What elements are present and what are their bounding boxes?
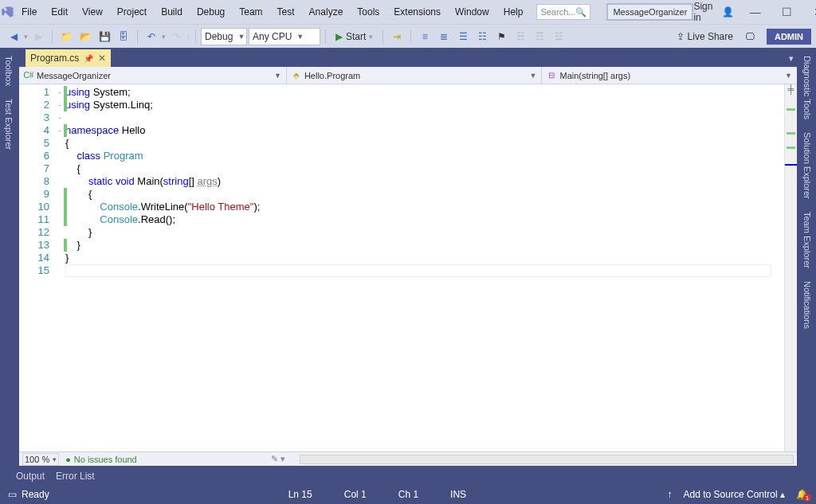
code-text-area[interactable]: using System;using System.Linq;namespace… [65,84,784,451]
open-file-button[interactable]: 📂 [76,28,94,45]
panel-tab-error-list[interactable]: Error List [56,471,95,482]
add-source-control[interactable]: Add to Source Control ▴ [684,489,785,500]
code-line[interactable]: class Program [65,150,784,162]
live-share-button[interactable]: ⇪ Live Share [677,31,733,42]
menu-tools[interactable]: Tools [350,0,386,24]
nav-method-combo[interactable]: ⊟ Main(string[] args) ▼ [542,67,797,84]
side-tab-notifications[interactable]: Notifications [801,276,814,334]
feedback-button[interactable]: 🖵 [741,28,759,45]
line-number: 5 [19,137,49,150]
nav-class-combo[interactable]: ⬘ Hello.Program ▼ [287,67,543,84]
code-line[interactable]: { [65,162,784,175]
code-line[interactable]: } [65,226,784,239]
minimize-button[interactable]: — [745,1,765,23]
change-indicator [64,201,67,213]
comment-button[interactable]: ≡ [416,28,434,45]
line-number: 15 [19,264,49,277]
menu-window[interactable]: Window [448,0,496,24]
close-tab-icon[interactable]: ✕ [98,53,106,64]
code-line[interactable]: using System; [65,86,784,99]
line-number: 9 [19,188,49,201]
line-number: 11 [19,213,49,226]
publish-icon[interactable]: ↑ [668,489,673,500]
start-debug-button[interactable]: ▶ Start ▾ [331,28,378,45]
forward-button[interactable]: ▶ [29,28,47,45]
new-project-button[interactable]: 📁 [57,28,75,45]
vs-logo [0,0,14,24]
configuration-combo[interactable]: Debug▼ [201,28,247,45]
menu-extensions[interactable]: Extensions [386,0,448,24]
menu-test[interactable]: Test [270,0,302,24]
change-indicator [64,213,67,226]
status-line: Ln 15 [288,489,312,500]
change-indicator [64,99,67,111]
menu-build[interactable]: Build [154,0,190,24]
bookmark-flag[interactable]: ⚑ [492,28,510,45]
bookmark-button2[interactable]: ☷ [473,28,491,45]
outlining-margin[interactable]: - - - - [54,84,65,451]
status-ready: Ready [22,489,49,500]
fold-toggle[interactable]: - [54,111,65,124]
side-tab-solution-explorer[interactable]: Solution Explorer [801,127,814,204]
back-button[interactable]: ◀ [5,28,22,45]
menu-help[interactable]: Help [496,0,531,24]
menu-analyze[interactable]: Analyze [302,0,351,24]
side-tab-diagnostic-tools[interactable]: Diagnostic Tools [801,51,814,124]
code-line[interactable]: using System.Linq; [65,99,784,111]
line-number: 1 [19,86,49,99]
code-line[interactable]: { [65,188,784,201]
code-line[interactable] [65,264,784,277]
split-icon[interactable]: ╪ [785,84,797,94]
code-line[interactable]: Console.Read(); [65,213,784,226]
bottom-tool-tabs: OutputError List [0,467,816,485]
undo-button[interactable]: ↶ [143,28,160,45]
nav-project-combo[interactable]: C# MessageOrganizer ▼ [19,67,287,84]
step-button[interactable]: ⇥ [388,28,406,45]
sign-in-link[interactable]: Sign in 👤 [693,1,734,23]
redo-button[interactable]: ↷ [167,28,185,45]
issues-indicator[interactable]: ● No issues found [65,455,137,464]
document-tab-program[interactable]: Program.cs 📌 ✕ [26,49,111,67]
code-line[interactable]: { [65,137,784,150]
side-tab-test-explorer[interactable]: Test Explorer [2,94,15,154]
code-line[interactable]: } [65,252,784,264]
zoom-combo[interactable]: 100 % ▾ [22,453,59,466]
code-line[interactable]: Console.WriteLine("Hello Theme"); [65,201,784,213]
line-number: 3 [19,111,49,124]
uncomment-button[interactable]: ≣ [435,28,453,45]
overview-scroll-strip[interactable]: ╪ [784,84,797,451]
csharp-project-icon: C# [24,71,33,80]
admin-badge: ADMIN [767,29,811,45]
change-indicator [64,124,67,137]
quick-launch-search[interactable]: Search... 🔍 [536,4,590,20]
horizontal-scrollbar[interactable] [300,455,794,464]
save-all-button[interactable]: 🗄 [115,28,132,45]
notifications-button[interactable]: 🔔 1 [796,489,808,500]
menu-team[interactable]: Team [232,0,269,24]
code-line[interactable]: static void Main(string[] args) [65,175,784,188]
panel-tab-output[interactable]: Output [16,471,45,482]
menu-file[interactable]: File [14,0,44,24]
tab-overflow-button[interactable]: ▾ [789,49,797,67]
maximize-button[interactable]: ☐ [776,1,796,23]
pin-icon[interactable]: 📌 [84,54,93,63]
code-line[interactable]: } [65,239,784,252]
code-editor[interactable]: 123456789101112131415 - - - - using Syst… [19,84,797,451]
editor-status-strip: 100 % ▾ ● No issues found ✎ ▾ [19,451,797,466]
pencil-icon[interactable]: ✎ ▾ [271,454,285,464]
side-tab-team-explorer[interactable]: Team Explorer [801,207,814,273]
save-button[interactable]: 💾 [96,28,113,45]
bookmark-button1[interactable]: ☰ [454,28,472,45]
solution-name-box[interactable]: MessageOrganizer [606,3,693,21]
code-line[interactable]: namespace Hello [65,124,784,137]
side-tab-toolbox[interactable]: Toolbox [2,51,15,91]
menu-view[interactable]: View [75,0,110,24]
status-ch: Ch 1 [398,489,418,500]
platform-combo[interactable]: Any CPU▼ [249,28,320,45]
line-number: 8 [19,175,49,188]
code-line[interactable] [65,111,784,124]
menu-debug[interactable]: Debug [190,0,232,24]
close-window-button[interactable]: ✕ [808,1,816,23]
menu-project[interactable]: Project [110,0,154,24]
menu-edit[interactable]: Edit [44,0,75,24]
